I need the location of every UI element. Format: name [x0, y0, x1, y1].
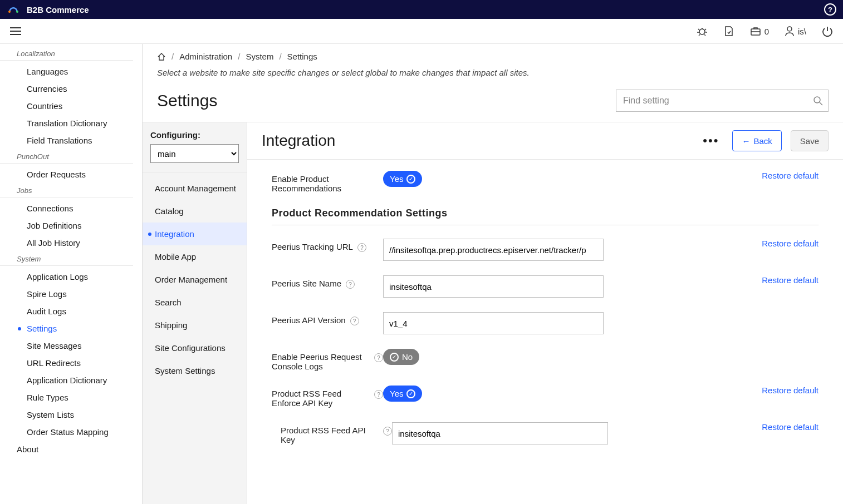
help-icon[interactable]: ? — [383, 427, 392, 436]
more-icon[interactable]: ••• — [698, 131, 723, 150]
nav-item-field-translations[interactable]: Field Translations — [0, 132, 142, 149]
help-icon[interactable]: ? — [374, 353, 383, 362]
config-item-search[interactable]: Search — [143, 291, 247, 314]
toggle-peerius-console[interactable]: ✓ No — [383, 349, 419, 365]
configuring-label: Configuring: — [150, 130, 239, 140]
nav-item-settings[interactable]: Settings — [0, 320, 142, 337]
config-col: Configuring: main Account Management Cat… — [143, 122, 247, 504]
breadcrumb: / Administration / System / Settings — [143, 44, 843, 66]
restore-rss-enforce[interactable]: Restore default — [762, 386, 819, 395]
page-subtitle: Select a website to make site specific c… — [143, 66, 843, 86]
input-peerius-api[interactable] — [383, 312, 604, 334]
config-item-catalog[interactable]: Catalog — [143, 200, 247, 223]
nav-item-system-lists[interactable]: System Lists — [0, 406, 142, 423]
detail-col: Integration ••• ← Back Save — [247, 122, 843, 504]
config-item-mobile-app[interactable]: Mobile App — [143, 245, 247, 268]
section-heading-recs: Product Recommendation Settings — [272, 207, 819, 225]
toolbar: 0 is\ — [0, 19, 843, 44]
bug-icon[interactable] — [697, 26, 708, 37]
back-button[interactable]: ← Back — [732, 130, 781, 151]
detail-title: Integration — [262, 132, 335, 150]
restore-peerius-site[interactable]: Restore default — [762, 275, 819, 285]
breadcrumb-system[interactable]: System — [246, 52, 273, 61]
save-button[interactable]: Save — [791, 130, 829, 151]
check-icon: ✓ — [406, 175, 415, 184]
input-peerius-url[interactable] — [383, 239, 604, 261]
svg-point-2 — [699, 29, 705, 34]
nav-item-rule-types[interactable]: Rule Types — [0, 389, 142, 406]
nav-item-site-messages[interactable]: Site Messages — [0, 337, 142, 354]
page-title: Settings — [157, 91, 217, 110]
nav-item-order-requests[interactable]: Order Requests — [0, 166, 142, 183]
help-icon[interactable]: ? — [824, 3, 836, 16]
label-peerius-site: Peerius Site Name ? — [272, 275, 383, 289]
nav-item-application-logs[interactable]: Application Logs — [0, 268, 142, 285]
arrow-left-icon: ← — [742, 136, 750, 146]
nav-item-order-status-mapping[interactable]: Order Status Mapping — [0, 423, 142, 441]
label-peerius-url: Peerius Tracking URL ? — [272, 239, 383, 252]
power-icon[interactable] — [822, 26, 833, 37]
nav-item-translation-dictionary[interactable]: Translation Dictionary — [0, 115, 142, 132]
home-icon[interactable] — [157, 52, 166, 61]
restore-peerius-url[interactable]: Restore default — [762, 239, 819, 248]
help-icon[interactable]: ? — [374, 390, 383, 399]
user-button[interactable]: is\ — [785, 26, 806, 37]
site-select[interactable]: main — [150, 144, 239, 163]
config-item-shipping[interactable]: Shipping — [143, 314, 247, 337]
nav-item-connections[interactable]: Connections — [0, 200, 142, 217]
input-peerius-site[interactable] — [383, 275, 604, 298]
restore-enable-recs[interactable]: Restore default — [762, 171, 819, 180]
top-header: B2B Commerce ? — [0, 0, 843, 19]
nav-item-countries[interactable]: Countries — [0, 97, 142, 115]
config-item-order-management[interactable]: Order Management — [143, 268, 247, 291]
svg-point-0 — [8, 11, 11, 13]
nav-item-application-dictionary[interactable]: Application Dictionary — [0, 372, 142, 389]
user-label: is\ — [798, 27, 806, 36]
main-content: / Administration / System / Settings Sel… — [143, 44, 843, 504]
config-item-account-management[interactable]: Account Management — [143, 177, 247, 200]
breadcrumb-administration[interactable]: Administration — [179, 52, 232, 61]
restore-rss-key[interactable]: Restore default — [762, 422, 819, 432]
logo-icon — [7, 3, 20, 16]
breadcrumb-settings[interactable]: Settings — [287, 52, 317, 61]
nav-item-all-job-history[interactable]: All Job History — [0, 234, 142, 251]
help-icon[interactable]: ? — [350, 317, 359, 325]
help-icon[interactable]: ? — [357, 243, 366, 252]
nav-group-system: System — [0, 251, 133, 266]
nav-group-punchout: PunchOut — [0, 149, 133, 164]
left-nav: Localization Languages Currencies Countr… — [0, 44, 143, 504]
cart-count: 0 — [764, 27, 769, 36]
toggle-enable-recs[interactable]: Yes ✓ — [383, 171, 422, 187]
help-icon[interactable]: ? — [346, 280, 355, 289]
briefcase-button[interactable]: 0 — [750, 26, 769, 36]
nav-item-job-definitions[interactable]: Job Definitions — [0, 217, 142, 234]
label-rss-key: Product RSS Feed API Key ? — [281, 422, 392, 444]
svg-point-5 — [814, 97, 820, 103]
nav-item-audit-logs[interactable]: Audit Logs — [0, 303, 142, 320]
nav-group-jobs: Jobs — [0, 183, 133, 197]
hamburger-icon[interactable] — [10, 27, 21, 35]
nav-item-about[interactable]: About — [0, 441, 142, 458]
document-icon[interactable] — [723, 26, 734, 37]
app-title: B2B Commerce — [27, 5, 89, 14]
svg-point-1 — [16, 11, 18, 13]
nav-item-spire-logs[interactable]: Spire Logs — [0, 285, 142, 303]
svg-point-4 — [787, 27, 792, 31]
nav-item-url-redirects[interactable]: URL Redirects — [0, 354, 142, 372]
label-enable-recs: Enable Product Recommendations — [272, 171, 383, 193]
label-peerius-api: Peerius API Version ? — [272, 312, 383, 325]
nav-item-languages[interactable]: Languages — [0, 63, 142, 80]
nav-item-currencies[interactable]: Currencies — [0, 80, 142, 97]
config-item-integration[interactable]: Integration — [143, 223, 247, 245]
config-item-system-settings[interactable]: System Settings — [143, 359, 247, 382]
check-icon: ✓ — [390, 353, 399, 362]
input-rss-key[interactable] — [392, 422, 608, 444]
nav-group-localization: Localization — [0, 46, 133, 61]
label-peerius-console: Enable Peerius Request Console Logs ? — [272, 349, 383, 371]
label-rss-enforce: Product RSS Feed Enforce API Key ? — [272, 386, 383, 408]
search-icon[interactable] — [813, 96, 823, 106]
check-icon: ✓ — [406, 389, 415, 398]
toggle-rss-enforce[interactable]: Yes ✓ — [383, 386, 422, 402]
search-input[interactable] — [616, 90, 829, 112]
config-item-site-configurations[interactable]: Site Configurations — [143, 337, 247, 359]
